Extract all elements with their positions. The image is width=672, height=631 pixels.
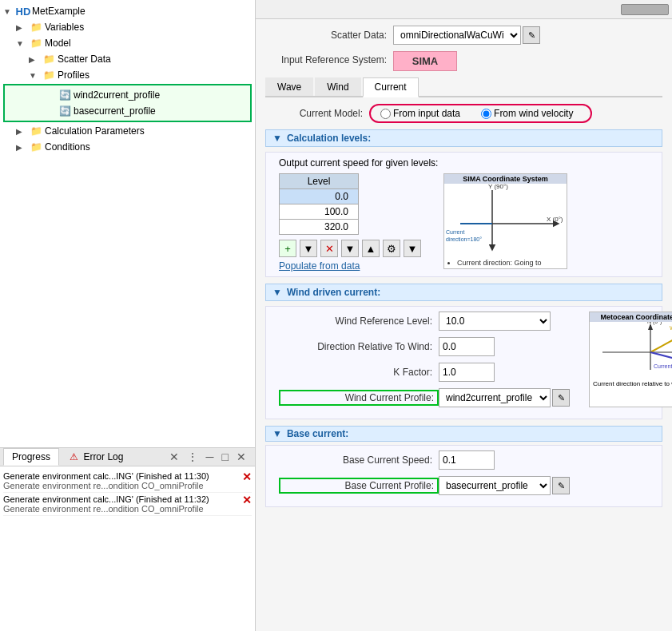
direction-label: Direction Relative To Wind: xyxy=(279,341,439,352)
base-speed-input[interactable] xyxy=(439,450,495,470)
section-arrow-icon: ▼ xyxy=(272,133,282,144)
dismiss-1[interactable]: ✕ xyxy=(242,471,252,482)
radio-input-from-input[interactable] xyxy=(380,109,391,119)
expand-arrow[interactable]: ▼ xyxy=(16,39,29,48)
kfactor-label: K Factor: xyxy=(279,367,439,378)
metocean-svg: N (0°) E (+90°) Wind dir. = +90° Current… xyxy=(590,322,672,378)
tab-wind[interactable]: Wind xyxy=(315,77,360,96)
top-scrollbar xyxy=(256,0,672,19)
section-arrow-wind-icon: ▼ xyxy=(272,287,282,298)
wind-driven-body: Wind Reference Level: 10.0 Direction Rel… xyxy=(265,306,662,419)
tree-item-calc-params[interactable]: ▶ 📁 Calculation Parameters xyxy=(3,123,252,139)
expand-arrow[interactable]: ▶ xyxy=(16,143,29,152)
radio-from-wind[interactable]: From wind velocity xyxy=(481,108,573,119)
tree-label: basecurrent_profile xyxy=(74,105,156,117)
base-profile-select[interactable]: basecurrent_profile xyxy=(439,476,551,495)
populate-link[interactable]: Populate from data xyxy=(279,260,360,272)
level-row-2[interactable]: 320.0 xyxy=(280,220,359,235)
error-icon: ⚠ xyxy=(70,451,78,462)
wind-profile-edit-btn[interactable]: ✎ xyxy=(552,389,570,407)
calc-levels-header[interactable]: ▼ Calculation levels: xyxy=(265,129,662,147)
log-subtext-2: Generate environment re...ondition CO_om… xyxy=(3,504,239,514)
tree-label: Model xyxy=(45,38,71,49)
wind-ref-level-row: Wind Reference Level: 10.0 xyxy=(279,312,570,331)
sima-notes: Current direction: Going to xyxy=(444,259,567,267)
tree-label: Calculation Parameters xyxy=(45,125,145,137)
move-down-btn[interactable]: ▼ xyxy=(341,240,359,257)
more-btn[interactable]: ▼ xyxy=(404,240,421,257)
base-profile-edit-btn[interactable]: ✎ xyxy=(552,477,570,494)
tab-progress[interactable]: Progress xyxy=(3,448,59,466)
scatter-data-select[interactable]: omniDirectionalWaCuWi xyxy=(393,26,521,45)
dismiss-2[interactable]: ✕ xyxy=(242,494,252,506)
folder-icon: 📁 xyxy=(29,21,43,34)
wind-driven-header[interactable]: ▼ Wind driven current: xyxy=(265,284,662,301)
svg-line-11 xyxy=(650,333,672,352)
scrollbar-thumb[interactable] xyxy=(621,4,669,15)
move-up-btn[interactable]: ▲ xyxy=(362,240,380,257)
base-current-arrow-icon: ▼ xyxy=(272,428,282,439)
settings-level-btn[interactable]: ⚙ xyxy=(383,240,400,257)
kfactor-input[interactable] xyxy=(439,363,495,382)
expand-arrow[interactable]: ▶ xyxy=(16,127,29,136)
expand-arrow[interactable]: ▶ xyxy=(29,55,42,64)
remove-level-btn[interactable]: ✕ xyxy=(320,240,338,257)
direction-input[interactable] xyxy=(439,337,495,356)
log-text-2: Generate environment calc...ING' (Finish… xyxy=(3,494,239,504)
levels-two-col: Level 0.0 100.0 320.0 xyxy=(279,173,662,272)
svg-marker-8 xyxy=(648,323,653,330)
expand-arrow[interactable]: ▼ xyxy=(3,7,16,16)
expand-arrow[interactable]: ▶ xyxy=(16,23,29,32)
tree-item-model[interactable]: ▼ 📁 Model xyxy=(3,35,252,51)
tab-error-label: Error Log xyxy=(83,451,123,462)
profiles-highlighted-group: 🔄 wind2current_profile 🔄 basecurrent_pro… xyxy=(3,84,252,122)
menu-button[interactable]: ⋮ xyxy=(185,450,201,464)
add-level-btn[interactable]: + xyxy=(279,240,296,257)
log-subtext-1: Generate environment re...ondition CO_om… xyxy=(3,481,239,490)
wind-driven-two-col: Wind Reference Level: 10.0 Direction Rel… xyxy=(279,312,662,414)
sima-box: SIMA xyxy=(393,51,457,71)
input-ref-label: Input Reference System: xyxy=(265,51,393,65)
metocean-diagram: Metocean Coordinate System xyxy=(589,312,672,407)
wind-ref-select[interactable]: 10.0 xyxy=(439,312,551,331)
tree-label: Scatter Data xyxy=(58,54,111,65)
radio-group: From input data From wind velocity xyxy=(369,104,592,123)
tree-item-variables[interactable]: ▶ 📁 Variables xyxy=(3,19,252,35)
tree-item-wind2current[interactable]: 🔄 wind2current_profile xyxy=(6,87,249,103)
tab-current[interactable]: Current xyxy=(363,77,419,97)
levels-left: Level 0.0 100.0 320.0 xyxy=(279,173,421,272)
direction-row: Direction Relative To Wind: xyxy=(279,337,570,356)
radio-input-from-wind[interactable] xyxy=(481,109,491,119)
tree-item-basecurrent[interactable]: 🔄 basecurrent_profile xyxy=(6,103,249,119)
level-val-2: 320.0 xyxy=(280,220,359,235)
svg-text:X (0°): X (0°) xyxy=(547,216,563,223)
maximize-button[interactable]: □ xyxy=(220,450,231,464)
tab-error-log[interactable]: ⚠ Error Log xyxy=(61,448,132,466)
base-current-header[interactable]: ▼ Base current: xyxy=(265,426,662,442)
tree-item-scatter-data[interactable]: ▶ 📁 Scatter Data xyxy=(3,51,252,67)
sima-diagram-svg: Y (90°) X (0°) Current direction=180° xyxy=(444,184,567,254)
radio-from-input[interactable]: From input data xyxy=(380,108,460,119)
sima-diagram-title: SIMA Coordinate System xyxy=(444,174,567,184)
current-model-label: Current Model: xyxy=(265,108,369,119)
dropdown-btn[interactable]: ▼ xyxy=(300,240,317,257)
clear-button[interactable]: ✕ xyxy=(167,450,181,464)
tab-wave[interactable]: Wave xyxy=(265,77,313,96)
log-area: Generate environment calc...ING' (Finish… xyxy=(0,466,255,631)
scatter-data-edit-btn[interactable]: ✎ xyxy=(523,26,540,44)
left-panel: ▼ HD MetExample ▶ 📁 Variables ▼ 📁 Model … xyxy=(0,0,256,631)
tree-item-profiles[interactable]: ▼ 📁 Profiles xyxy=(3,67,252,83)
tree-label: Conditions xyxy=(45,141,90,153)
wind-profile-select[interactable]: wind2current_profile xyxy=(439,388,551,407)
level-col-header: Level xyxy=(280,174,359,189)
minimize-button[interactable]: ─ xyxy=(204,450,217,464)
sima-diagram-box: SIMA Coordinate System xyxy=(443,173,567,269)
close-button[interactable]: ✕ xyxy=(234,450,249,464)
level-row-1[interactable]: 100.0 xyxy=(280,204,359,220)
tree-item-metexample[interactable]: ▼ HD MetExample xyxy=(3,3,252,19)
tree-item-conditions[interactable]: ▶ 📁 Conditions xyxy=(3,139,252,155)
svg-text:N (0°): N (0°) xyxy=(647,322,662,325)
level-row-0[interactable]: 0.0 xyxy=(280,189,359,204)
expand-arrow[interactable]: ▼ xyxy=(29,71,42,80)
folder-icon: 📁 xyxy=(42,69,56,81)
